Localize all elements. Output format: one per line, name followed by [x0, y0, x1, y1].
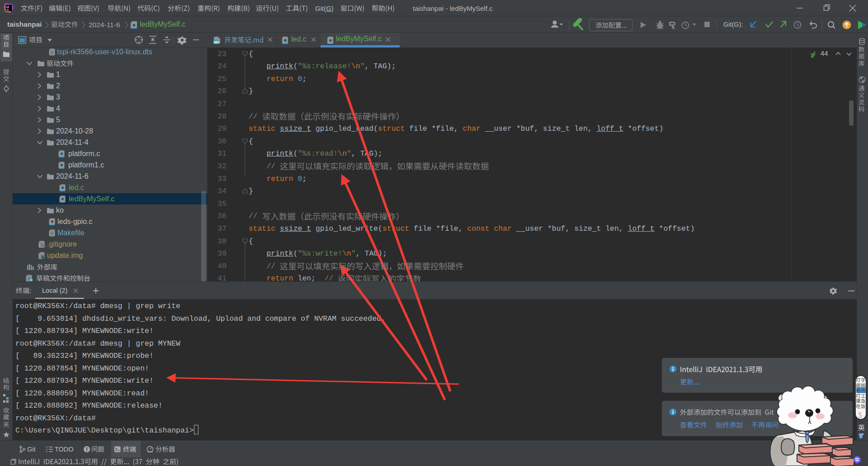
- svg-text:MD: MD: [214, 40, 219, 44]
- svg-text:?: ?: [42, 255, 45, 260]
